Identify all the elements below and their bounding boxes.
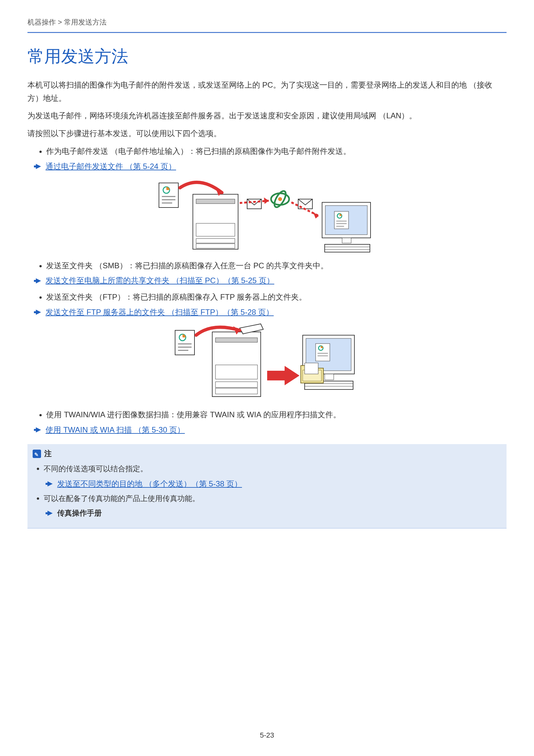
svg-point-14 — [278, 197, 282, 201]
link-twain-scan[interactable]: 使用 TWAIN 或 WIA 扫描 （第 5-30 页） — [45, 423, 185, 437]
svg-rect-9 — [196, 244, 235, 248]
svg-rect-51 — [325, 374, 334, 380]
svg-rect-28 — [325, 244, 370, 252]
page-title: 常用发送方法 — [27, 42, 507, 70]
svg-rect-0 — [159, 183, 178, 207]
diagram-email-send — [157, 176, 377, 257]
paragraph-intro-1: 本机可以将扫描的图像作为电子邮件的附件发送，或发送至网络上的 PC。为了实现这一… — [27, 79, 507, 105]
note-icon — [33, 449, 41, 458]
svg-rect-38 — [216, 338, 258, 342]
note-item-fax: 可以在配备了传真功能的产品上使用传真功能。 — [44, 492, 501, 505]
arrow-icon — [36, 427, 41, 432]
bullet-ftp-send: 发送至文件夹 （FTP）：将已扫描的原稿图像存入 FTP 服务器上的文件夹。 — [46, 290, 507, 304]
svg-rect-8 — [196, 238, 235, 243]
note-box: 注 不同的传送选项可以结合指定。 发送至不同类型的目的地 （多个发送）（第 5-… — [27, 444, 507, 528]
svg-rect-40 — [216, 382, 258, 388]
arrow-icon — [36, 278, 41, 284]
diagram-folder-send — [173, 322, 361, 406]
svg-rect-31 — [175, 330, 194, 355]
link-email-send[interactable]: 通过电子邮件发送文件 （第 5-24 页） — [45, 160, 176, 173]
arrow-icon — [36, 310, 41, 315]
svg-rect-27 — [342, 238, 351, 243]
svg-marker-44 — [285, 366, 299, 385]
link-multi-send[interactable]: 发送至不同类型的目的地 （多个发送）（第 5-38 页） — [57, 477, 242, 491]
header-rule — [27, 32, 507, 33]
note-label: 注 — [44, 447, 52, 460]
svg-rect-6 — [196, 199, 235, 203]
svg-rect-55 — [305, 363, 318, 374]
note-item-combine: 不同的传送选项可以结合指定。 — [44, 463, 501, 475]
page-number: 5-23 — [0, 729, 534, 741]
svg-marker-17 — [264, 198, 269, 204]
svg-rect-39 — [216, 365, 258, 379]
arrow-icon — [47, 481, 53, 486]
link-ftp-send[interactable]: 发送文件至 FTP 服务器上的文件夹 （扫描至 FTP）（第 5-28 页） — [45, 306, 274, 319]
svg-rect-41 — [216, 388, 258, 394]
bullet-smb-send: 发送至文件夹 （SMB）：将已扫描的原稿图像存入任意一台 PC 的共享文件夹中。 — [46, 259, 507, 273]
link-smb-send[interactable]: 发送文件至电脑上所需的共享文件夹 （扫描至 PC）（第 5-25 页） — [45, 274, 274, 287]
paragraph-intro-3: 请按照以下步骤进行基本发送。可以使用以下四个选项。 — [27, 127, 507, 140]
svg-rect-7 — [196, 223, 235, 236]
bullet-twain-scan: 使用 TWAIN/WIA 进行图像数据扫描：使用兼容 TWAIN 或 WIA 的… — [46, 408, 507, 421]
arrow-icon — [47, 511, 53, 516]
breadcrumb: 机器操作 > 常用发送方法 — [27, 16, 507, 28]
paragraph-intro-2: 为发送电子邮件，网络环境须允许机器连接至邮件服务器。出于发送速度和安全原因，建议… — [27, 109, 507, 122]
svg-rect-43 — [267, 371, 285, 380]
arrow-icon — [36, 164, 41, 169]
bullet-email-send: 作为电子邮件发送 （电子邮件地址输入）：将已扫描的原稿图像作为电子邮件附件发送。 — [46, 145, 507, 158]
fax-manual-label: 传真操作手册 — [57, 507, 102, 519]
